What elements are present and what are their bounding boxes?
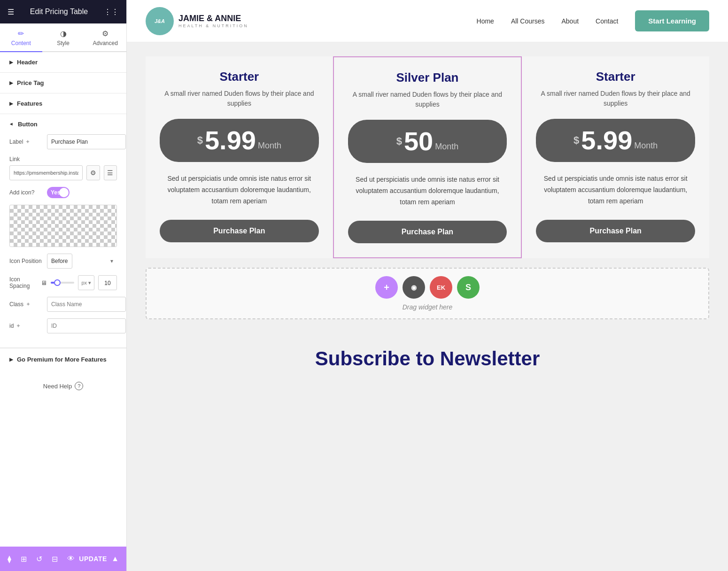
bottom-icons: ⧫ ⊞ ↺ ⊟ 👁 — [8, 555, 75, 563]
ek-widget-icon[interactable]: EK — [430, 276, 452, 299]
icon-spacing-row: Icon Spacing 🖥 px ▾ 10 — [9, 275, 117, 290]
help-icon: ? — [75, 382, 83, 390]
plan-body-starter-2: Sed ut perspiciatis unde omnis iste natu… — [536, 173, 695, 207]
responsive-icon[interactable]: ⊟ — [52, 555, 58, 563]
drag-widget-label: Drag widget here — [403, 303, 453, 311]
price-badge-starter-2: $ 5.99 Month — [536, 119, 695, 162]
accordion-price-tag-toggle[interactable]: ▶ Price Tag — [0, 73, 126, 93]
icon-position-label: Icon Position — [9, 258, 47, 264]
premium-toggle[interactable]: ▶ Go Premium for More Features — [9, 356, 117, 363]
purchase-button-starter-1[interactable]: Purchase Plan — [160, 220, 319, 242]
nav-link-contact[interactable]: Contact — [596, 17, 618, 25]
price-amount-starter-2: 5.99 — [581, 127, 632, 154]
grid-icon[interactable]: ⋮⋮ — [104, 8, 119, 16]
plan-body-starter-1: Sed ut perspiciatis unde omnis iste natu… — [160, 173, 319, 207]
price-period-starter-1: Month — [258, 141, 281, 154]
toggle-wrap: Yes — [47, 187, 70, 198]
need-help[interactable]: Need Help ? — [43, 382, 83, 390]
camera-widget-icon[interactable]: ◉ — [403, 276, 425, 299]
price-dollar-starter-1: $ — [197, 134, 203, 147]
price-badge-starter-1: $ 5.99 Month — [160, 119, 319, 162]
link-input[interactable] — [9, 165, 83, 180]
sidebar-title: Edit Pricing Table — [30, 8, 88, 16]
pricing-card-starter-2: Starter A small river named Duden flows … — [522, 56, 709, 258]
nav-link-about[interactable]: About — [561, 17, 579, 25]
accordion-price-tag: ▶ Price Tag — [0, 73, 126, 93]
update-bar[interactable]: ⧫ ⊞ ↺ ⊟ 👁 UPDATE ▲ — [0, 547, 126, 571]
update-label: UPDATE — [79, 555, 107, 563]
half-circle-icon: ◑ — [60, 29, 67, 38]
label-input[interactable] — [47, 134, 126, 149]
class-field-label: Class ✦ — [9, 301, 47, 308]
premium-section: ▶ Go Premium for More Features — [0, 348, 126, 370]
nav-link-home[interactable]: Home — [477, 17, 494, 25]
pricing-area: Starter A small river named Duden flows … — [127, 42, 728, 258]
icon-spacing-slider[interactable] — [51, 282, 74, 284]
link-field-row: Link ⚙ ☰ — [9, 156, 117, 180]
label-field-row: Label ✦ ☰ — [9, 134, 117, 149]
accordion-button-toggle[interactable]: ▼ Button — [0, 114, 126, 134]
logo-circle: J&A — [146, 7, 174, 35]
arrow-icon: ▶ — [9, 80, 13, 85]
arrow-icon: ▶ — [9, 357, 13, 362]
id-input[interactable] — [47, 318, 126, 333]
link-input-wrap: ⚙ ☰ — [9, 165, 117, 180]
sparkle-icon: ✦ — [16, 323, 21, 329]
tab-style[interactable]: ◑ Style — [42, 23, 85, 52]
pricing-card-silver: Silver Plan A small river named Duden fl… — [333, 56, 522, 258]
icon-position-row: Icon Position Before After — [9, 254, 117, 269]
add-widget-icon[interactable]: + — [375, 276, 398, 299]
pricing-grid: Starter A small river named Duden flows … — [146, 56, 709, 258]
layers-icon[interactable]: ⧫ — [8, 555, 11, 563]
icon-spacing-label: Icon Spacing 🖥 — [9, 276, 47, 289]
hamburger-icon[interactable]: ☰ — [8, 8, 14, 16]
history-icon[interactable]: ↺ — [36, 555, 42, 563]
s-widget-icon[interactable]: S — [457, 276, 480, 299]
price-period-silver: Month — [435, 142, 458, 154]
navbar: J&A JAMIE & ANNIE HEALTH & NUTRITION Hom… — [127, 0, 728, 42]
button-section-body: Label ✦ ☰ Link ⚙ ☰ Add icon? — [0, 134, 126, 347]
logo-sub: HEALTH & NUTRITION — [178, 23, 248, 28]
id-field-row: id ✦ ☰ — [9, 318, 117, 333]
price-dollar-starter-2: $ — [573, 134, 579, 147]
class-field-row: Class ✦ ☰ — [9, 297, 117, 312]
logo-name: JAMIE & ANNIE — [178, 14, 248, 24]
monitor-icon: 🖥 — [41, 279, 47, 286]
tab-content[interactable]: ✏ Content — [0, 23, 42, 52]
eye-icon[interactable]: 👁 — [67, 555, 75, 563]
tab-advanced[interactable]: ⚙ Advanced — [84, 23, 126, 52]
subscribe-section: Subscribe to Newsletter — [127, 329, 728, 379]
sidebar-tabs: ✏ Content ◑ Style ⚙ Advanced — [0, 23, 126, 52]
widget-drop-area[interactable]: + ◉ EK S Drag widget here — [146, 268, 709, 319]
nav-cta-button[interactable]: Start Learning — [635, 10, 709, 31]
accordion-header-toggle[interactable]: ▶ Header — [0, 52, 126, 72]
plan-desc-starter-1: A small river named Duden flows by their… — [160, 89, 319, 108]
chevron-up-icon: ▲ — [111, 555, 119, 563]
logo: J&A JAMIE & ANNIE HEALTH & NUTRITION — [146, 7, 248, 35]
class-input[interactable] — [47, 297, 126, 312]
link-settings-icon[interactable]: ⚙ — [86, 165, 100, 180]
sidebar: ☰ Edit Pricing Table ⋮⋮ ✏ Content ◑ Styl… — [0, 0, 127, 571]
accordion-button: ▼ Button Label ✦ ☰ Link ⚙ ☰ — [0, 114, 126, 348]
add-icon-label: Add icon? — [9, 189, 47, 196]
arrow-icon: ▶ — [9, 60, 13, 65]
nav-link-courses[interactable]: All Courses — [511, 17, 545, 25]
spacing-unit-selector[interactable]: px ▾ — [78, 275, 94, 290]
add-icon-toggle[interactable]: Yes — [47, 187, 70, 198]
plan-name-silver: Silver Plan — [396, 70, 459, 85]
icon-position-select[interactable]: Before After — [47, 254, 72, 269]
gear-icon: ⚙ — [102, 29, 108, 38]
stack-icon[interactable]: ⊞ — [21, 555, 27, 563]
main-content: J&A JAMIE & ANNIE HEALTH & NUTRITION Hom… — [127, 0, 728, 571]
price-period-starter-2: Month — [634, 141, 658, 154]
nav-links: Home All Courses About Contact Start Lea… — [477, 10, 709, 31]
accordion-header: ▶ Header — [0, 52, 126, 73]
plan-name-starter-2: Starter — [596, 69, 635, 84]
plan-name-starter-1: Starter — [219, 69, 259, 84]
icon-preview — [9, 205, 117, 247]
accordion-features: ▶ Features — [0, 93, 126, 114]
purchase-button-silver[interactable]: Purchase Plan — [348, 221, 507, 243]
link-menu-icon[interactable]: ☰ — [104, 165, 117, 180]
accordion-features-toggle[interactable]: ▶ Features — [0, 93, 126, 114]
purchase-button-starter-2[interactable]: Purchase Plan — [536, 220, 695, 242]
